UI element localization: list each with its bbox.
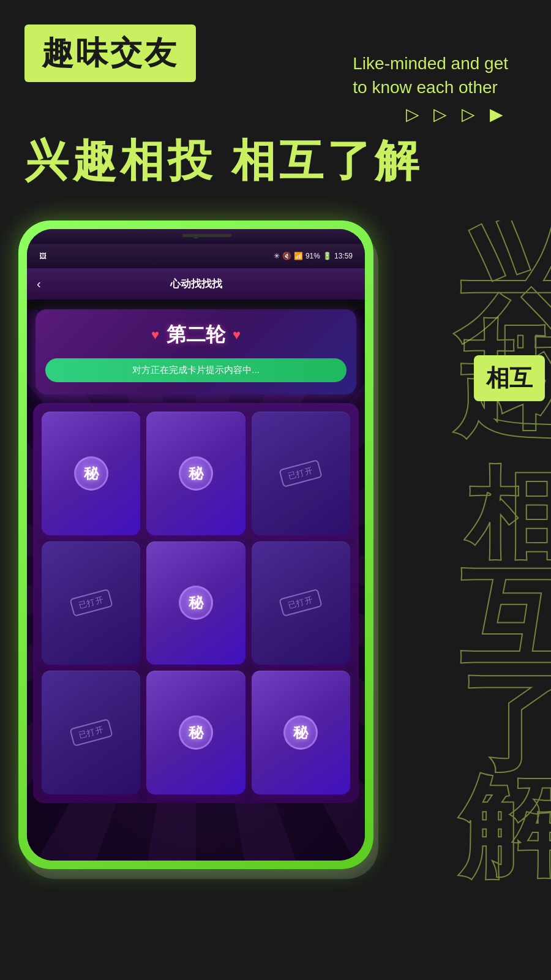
heart-icon-left: ♥	[151, 327, 159, 343]
card-opened-stamp-4: 已打开	[69, 589, 113, 617]
card-9[interactable]: 秘	[252, 671, 350, 794]
card-secret-1: 秘	[74, 456, 108, 491]
card-4[interactable]: 已打开	[42, 541, 140, 665]
round-label: 第二轮	[167, 322, 225, 349]
phone-speaker	[182, 234, 231, 237]
card-secret-8: 秘	[179, 715, 213, 750]
top-section: 趣味交友 Like-minded and get to know each ot…	[0, 0, 551, 198]
battery-icon: 🔋	[323, 252, 332, 260]
phone-mockup: 🖼 ✳ 🔇 📶 91% 🔋 13:59 ‹ 心动找找找	[18, 221, 373, 869]
phone-top-bar	[27, 229, 365, 244]
card-5[interactable]: 秘	[146, 541, 245, 665]
cards-grid: 秘 秘 已打开 已打开 秘	[42, 412, 350, 794]
card-7[interactable]: 已打开	[42, 671, 140, 794]
phone-screen: 🖼 ✳ 🔇 📶 91% 🔋 13:59 ‹ 心动找找找	[27, 229, 365, 861]
card-opened-stamp-6: 已打开	[279, 589, 323, 617]
game-area: ♥ 第二轮 ♥ 对方正在完成卡片提示内容中... 秘	[27, 309, 365, 861]
overlay-char-5: 了	[459, 668, 551, 778]
status-bar-left: 🖼	[39, 252, 47, 260]
status-bar: 🖼 ✳ 🔇 📶 91% 🔋 13:59	[27, 244, 365, 268]
right-box-text: 相互	[486, 365, 533, 391]
volume-icon: 🔇	[282, 252, 291, 260]
battery-text: 91%	[305, 252, 320, 260]
card-secret-5: 秘	[179, 586, 213, 620]
overlay-char-4: 互	[459, 564, 551, 674]
round-card: ♥ 第二轮 ♥ 对方正在完成卡片提示内容中...	[36, 309, 356, 394]
arrows-decoration: ▷ ▷ ▷ ▶	[406, 104, 508, 124]
status-icon: 🖼	[39, 252, 47, 260]
card-opened-stamp-7: 已打开	[69, 718, 113, 747]
time-display: 13:59	[334, 252, 353, 260]
card-2[interactable]: 秘	[146, 412, 245, 535]
card-secret-9: 秘	[283, 715, 318, 750]
round-title-row: ♥ 第二轮 ♥	[45, 322, 347, 349]
overlay-char-3: 相	[465, 466, 551, 564]
status-pill: 对方正在完成卡片提示内容中...	[45, 358, 347, 382]
big-title: 兴趣相投 相互了解	[24, 137, 527, 185]
wifi-icon: 📶	[294, 252, 303, 260]
title-badge: 趣味交友	[24, 24, 196, 82]
app-header: ‹ 心动找找找	[27, 268, 365, 300]
card-opened-stamp-3: 已打开	[279, 459, 323, 488]
card-3[interactable]: 已打开	[252, 412, 350, 535]
status-bar-right: ✳ 🔇 📶 91% 🔋 13:59	[274, 252, 353, 260]
right-overlay: 兴 趣 相 互 了 解 相互	[343, 221, 551, 956]
phone-outer-frame: 🖼 ✳ 🔇 📶 91% 🔋 13:59 ‹ 心动找找找	[18, 221, 373, 869]
back-button[interactable]: ‹	[37, 277, 41, 291]
heart-icon-right: ♥	[233, 327, 241, 343]
title-badge-text: 趣味交友	[42, 35, 179, 70]
cards-container: 秘 秘 已打开 已打开 秘	[33, 403, 359, 803]
bluetooth-icon: ✳	[274, 252, 280, 260]
card-secret-2: 秘	[179, 456, 213, 491]
card-6[interactable]: 已打开	[252, 541, 350, 665]
overlay-char-6: 解	[459, 772, 551, 882]
card-1[interactable]: 秘	[42, 412, 140, 535]
english-tagline: Like-minded and get to know each other	[353, 45, 508, 99]
status-pill-text: 对方正在完成卡片提示内容中...	[132, 364, 260, 375]
app-title: 心动找找找	[170, 277, 222, 291]
card-8[interactable]: 秘	[146, 671, 245, 794]
right-text-box: 相互	[474, 355, 545, 401]
